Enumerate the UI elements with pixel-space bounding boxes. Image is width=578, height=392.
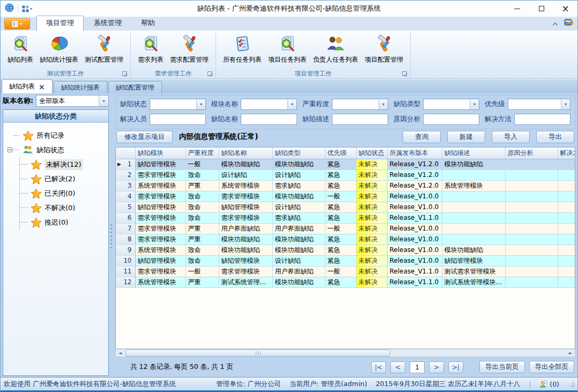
column-header[interactable]: 缺陷模块: [135, 147, 186, 159]
tree-item[interactable]: 不解决(0): [20, 201, 107, 215]
column-header[interactable]: 严重程度: [186, 147, 219, 159]
table-row[interactable]: 12系统管理模块严重测试系统管理...模块功能缺陷紧急未解决Release_V1…: [116, 277, 575, 287]
tree-item[interactable]: 缺陷状态: [8, 143, 107, 157]
cell[interactable]: 用户界面缺陷: [219, 223, 272, 234]
cell[interactable]: 模块功能缺陷: [219, 234, 272, 245]
first-page-button[interactable]: |<: [371, 361, 386, 373]
message-indicator[interactable]: (0): [539, 380, 559, 388]
cell[interactable]: 模块功能缺陷: [442, 245, 505, 255]
ribbon-tab[interactable]: 帮助: [132, 16, 164, 31]
scroll-left-icon[interactable]: ◄: [116, 350, 124, 357]
cell[interactable]: Release_V1.1.0: [387, 212, 442, 223]
cell[interactable]: 需求管理模块: [219, 191, 272, 202]
filter-input[interactable]: [332, 114, 388, 125]
cell[interactable]: [505, 212, 558, 223]
table-row[interactable]: 9系统管理模块致命模块功能缺陷模块功能缺陷紧急未解决Release_V1.0.0…: [116, 245, 575, 255]
cell[interactable]: 致命: [186, 191, 219, 202]
filter-input[interactable]: [241, 114, 297, 125]
table-row[interactable]: ▶1缺陷管理模块一般模块功能缺陷模块功能缺陷紧急未解决Release_V1.2.…: [116, 159, 575, 169]
cell[interactable]: 测试系统管理...: [219, 277, 272, 287]
cell[interactable]: 测试系统管理模块...: [442, 277, 505, 287]
cell[interactable]: [558, 245, 575, 255]
cell[interactable]: 用户界面缺陷: [272, 266, 325, 277]
filter-dropdown[interactable]: ▾: [508, 99, 571, 110]
status-cell[interactable]: 未解决: [356, 266, 387, 277]
table-row[interactable]: 11需求管理模块一般需求管理模块用户界面缺陷一般未解决Release_V1.1.…: [116, 266, 575, 277]
page-number-input[interactable]: [410, 361, 425, 373]
document-tab[interactable]: 缺陷配置管理: [108, 81, 162, 93]
status-cell[interactable]: 未解决: [356, 191, 387, 202]
cell[interactable]: 系统管理模块: [135, 277, 186, 287]
cell[interactable]: 致命: [186, 245, 219, 255]
filter-input[interactable]: [150, 114, 206, 125]
cell[interactable]: 模块功能缺陷: [272, 159, 325, 169]
ribbon-button[interactable]: 缺陷列表: [4, 33, 36, 65]
cell[interactable]: 严重: [186, 180, 219, 191]
cell[interactable]: 模块功能缺陷: [272, 234, 325, 245]
dialog-launcher-icon[interactable]: [122, 71, 127, 76]
row-number-cell[interactable]: 11: [116, 266, 135, 277]
query-button[interactable]: 查询: [403, 131, 441, 143]
modify-display-items-button[interactable]: 修改显示项目: [116, 131, 173, 143]
cell[interactable]: 缺陷管理模块: [219, 255, 272, 266]
chevron-down-icon[interactable]: ▾: [470, 99, 479, 109]
prev-page-button[interactable]: <: [390, 361, 405, 373]
cell[interactable]: 设计缺陷: [272, 255, 325, 266]
cell[interactable]: 致命: [186, 212, 219, 223]
status-cell[interactable]: 未解决: [356, 255, 387, 266]
status-cell[interactable]: 未解决: [356, 180, 387, 191]
cell[interactable]: [505, 277, 558, 287]
cell[interactable]: 需求管理模块: [135, 169, 186, 180]
cell[interactable]: [505, 159, 558, 169]
table-row[interactable]: 10缺陷管理模块致命缺陷管理模块设计缺陷紧急未解决Release_V1.0.0缺…: [116, 255, 575, 266]
cell[interactable]: 严重: [186, 277, 219, 287]
cell[interactable]: [558, 277, 575, 287]
cell[interactable]: 需求管理模块: [135, 223, 186, 234]
filter-dropdown[interactable]: ▾: [332, 99, 388, 110]
column-header[interactable]: 解决方法: [558, 147, 575, 159]
style-help-icon[interactable]: [564, 18, 573, 28]
status-cell[interactable]: 未解决: [356, 277, 387, 287]
row-number-cell[interactable]: 5: [116, 202, 135, 212]
collapse-expander-icon[interactable]: [8, 147, 12, 152]
row-number-cell[interactable]: 9: [116, 245, 135, 255]
status-cell[interactable]: 未解决: [356, 245, 387, 255]
table-row[interactable]: 3系统管理模块严重系统管理模块需求缺陷紧急未解决Release_V1.2.0系统…: [116, 180, 575, 191]
document-tab[interactable]: 缺陷列表×: [2, 79, 53, 93]
customize-toolbar-button[interactable]: ▾: [22, 5, 32, 12]
table-row[interactable]: 6需求管理模块致命需求管理模块需求缺陷紧急未解决Release_V1.1.0: [116, 212, 575, 223]
cell[interactable]: [505, 191, 558, 202]
cell[interactable]: 紧急: [325, 202, 356, 212]
column-header[interactable]: 所属发布版本: [387, 147, 442, 159]
cell[interactable]: 系统管理模块: [135, 180, 186, 191]
cell[interactable]: [558, 169, 575, 180]
tree-item[interactable]: 已关闭(0): [20, 186, 107, 201]
app-globe-icon[interactable]: [5, 3, 14, 14]
filter-dropdown[interactable]: ▾: [423, 99, 479, 110]
tree-item[interactable]: 未解决(12): [20, 157, 107, 172]
scrollbar-track[interactable]: [124, 350, 566, 357]
ribbon-button[interactable]: 缺陷统计报表: [36, 33, 81, 65]
cell[interactable]: [558, 159, 575, 169]
export-current-page-button[interactable]: 导出当前页: [479, 361, 525, 373]
column-header[interactable]: 优先级: [325, 147, 356, 159]
chevron-down-icon[interactable]: ▾: [379, 99, 388, 109]
cell[interactable]: 一般: [186, 159, 219, 169]
table-row[interactable]: 5缺陷管理模块致命缺陷管理模块设计缺陷紧急未解决Release_V1.0.0: [116, 202, 575, 212]
status-cell[interactable]: 未解决: [356, 159, 387, 169]
cell[interactable]: 致命: [186, 202, 219, 212]
resize-grip[interactable]: [569, 381, 574, 387]
status-cell[interactable]: 未解决: [356, 169, 387, 180]
cell[interactable]: 模块功能缺陷: [272, 277, 325, 287]
cell[interactable]: Release_V1.2.0: [387, 169, 442, 180]
cell[interactable]: [558, 202, 575, 212]
cell[interactable]: [442, 234, 505, 245]
close-button[interactable]: ×: [553, 1, 577, 17]
ribbon-button[interactable]: 项目任务列表: [265, 33, 310, 65]
cell[interactable]: 需求管理模块: [135, 234, 186, 245]
table-row[interactable]: 8需求管理模块严重模块功能缺陷模块功能缺陷紧急未解决Release_V1.0.0: [116, 234, 575, 245]
collapse-ribbon-icon[interactable]: [552, 18, 558, 28]
cell[interactable]: 紧急: [325, 159, 356, 169]
cell[interactable]: 模块功能缺陷: [219, 245, 272, 255]
cell[interactable]: [558, 212, 575, 223]
